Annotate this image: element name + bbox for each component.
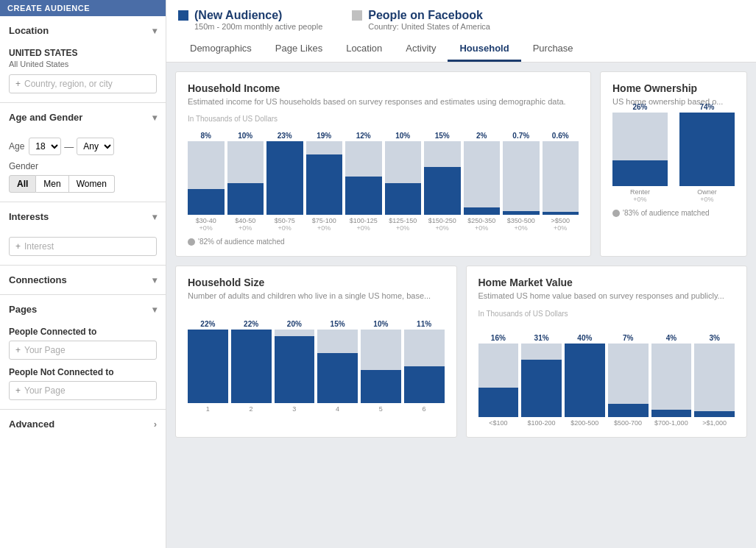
bar-group: 16%<$100: [478, 334, 519, 427]
bar-percent: 22%: [244, 320, 258, 328]
plus-icon: +: [15, 241, 21, 252]
plus-icon: +: [15, 385, 21, 396]
tab-household[interactable]: Household: [448, 37, 520, 62]
age-max-select[interactable]: Any253565: [77, 138, 114, 155]
bar-label: $150-250: [428, 217, 456, 224]
bar-percent: 26%: [632, 103, 647, 111]
bar-inner: [275, 336, 315, 403]
audience-header: (New Audience) 150m - 200m monthly activ…: [166, 0, 756, 63]
age-min-select[interactable]: 182125: [29, 138, 61, 155]
home-ownership-chart: 26%Renter+0%74%Owner+0%: [612, 115, 735, 203]
tab-location[interactable]: Location: [334, 37, 394, 62]
bar-sub: +0%: [278, 224, 292, 232]
household-size-chart: 22%122%220%315%410%511%6: [188, 310, 445, 413]
bar-percent: 22%: [200, 320, 215, 328]
interest-add-input[interactable]: + Interest: [9, 237, 157, 256]
age-label: Age: [9, 141, 24, 152]
tab-demographics[interactable]: Demographics: [178, 37, 264, 62]
bar-outer: [361, 330, 401, 403]
sidebar-interests-label: Interests: [9, 211, 49, 222]
bar-label: >$1,000: [702, 419, 727, 427]
sidebar: CREATE AUDIENCE Location ▾ UNITED STATES…: [0, 0, 166, 548]
sidebar-connections-header[interactable]: Connections ▾: [0, 266, 166, 294]
chevron-down-icon: ▾: [152, 212, 157, 222]
bar-percent: 12%: [356, 132, 371, 140]
gender-men-button[interactable]: Men: [36, 175, 68, 193]
bar-inner: [565, 344, 605, 417]
interest-placeholder: Interest: [24, 241, 54, 252]
charts-row-1: Household Income Estimated income for US…: [175, 71, 747, 257]
bar-inner: [404, 366, 445, 403]
bar-sub: +0%: [475, 224, 488, 232]
people-not-connected-input[interactable]: + Your Page: [9, 381, 157, 400]
facebook-people-name: People on Facebook: [368, 9, 490, 22]
new-audience-name: (New Audience): [194, 9, 322, 22]
bar-label: $700-1,000: [654, 419, 688, 427]
people-not-connected-placeholder: Your Page: [24, 385, 66, 396]
audience-names: (New Audience) 150m - 200m monthly activ…: [178, 9, 744, 31]
bar-label: $40-50: [235, 217, 255, 224]
home-ownership-footer-text: '83% of audience matched: [623, 209, 710, 217]
bar-sub: +0%: [700, 196, 713, 203]
people-connected-input[interactable]: + Your Page: [9, 341, 157, 360]
bar-outer: [188, 330, 228, 403]
bar-group: 74%Owner+0%: [679, 103, 735, 203]
chevron-down-icon: ▾: [152, 305, 157, 315]
household-income-footer: '82% of audience matched: [188, 238, 579, 246]
new-audience-color: [178, 10, 188, 21]
bar-inner: [361, 370, 401, 403]
gender-all-button[interactable]: All: [9, 175, 36, 193]
bar-group: 0.6%>$500+0%: [543, 132, 579, 232]
bar-outer: [345, 141, 382, 215]
bar-label: >$500: [551, 217, 570, 224]
household-income-title: Household Income: [188, 82, 579, 94]
sidebar-pages-label: Pages: [9, 304, 37, 315]
bar-group: 31%$100-200: [521, 334, 562, 427]
bar-label: 2: [250, 405, 253, 413]
home-market-value-title: Home Market Value: [478, 277, 735, 288]
age-gender-content: Age 182125 — Any253565 Gender All Men Wo…: [0, 132, 166, 202]
bar-group: 20%3: [275, 320, 315, 413]
sidebar-pages-header[interactable]: Pages ▾: [0, 295, 166, 324]
sidebar-section-interests: Interests ▾ + Interest: [0, 202, 166, 266]
sidebar-section-advanced[interactable]: Advanced ›: [0, 410, 166, 438]
sidebar-interests-header[interactable]: Interests ▾: [0, 202, 166, 231]
bar-outer: [266, 141, 303, 215]
bar-outer: [694, 344, 735, 417]
home-ownership-title: Home Ownership: [612, 82, 735, 94]
bar-group: 4%$700-1,000: [651, 334, 692, 427]
gender-women-button[interactable]: Women: [69, 175, 115, 193]
bar-outer: [317, 330, 358, 403]
sidebar-location-header[interactable]: Location ▾: [0, 16, 166, 45]
home-market-value-chart: 16%<$10031%$100-20040%$200-5007%$500-700…: [478, 324, 735, 427]
sidebar-age-gender-header[interactable]: Age and Gender ▾: [0, 103, 166, 132]
tabs: Demographics Page Likes Location Activit…: [178, 37, 744, 62]
tab-purchase[interactable]: Purchase: [521, 37, 585, 62]
sidebar-title: CREATE AUDIENCE: [0, 0, 166, 16]
charts-area: Household Income Estimated income for US…: [166, 63, 756, 446]
bar-group: 10%5: [361, 320, 401, 413]
bar-group: 26%Renter+0%: [612, 103, 668, 203]
bar-outer: [478, 344, 519, 417]
bar-outer: [521, 344, 562, 417]
household-size-desc: Number of adults and children who live i…: [188, 291, 445, 302]
tab-activity[interactable]: Activity: [394, 37, 448, 62]
bar-inner: [464, 207, 501, 215]
bar-outer: [651, 344, 692, 417]
main-content: (New Audience) 150m - 200m monthly activ…: [166, 0, 756, 548]
bar-inner: [521, 360, 562, 417]
bar-outer: [608, 344, 649, 417]
bar-label: <$100: [489, 419, 507, 427]
sidebar-section-connections: Connections ▾: [0, 266, 166, 295]
bar-inner: [231, 330, 272, 403]
bar-inner: [651, 410, 692, 417]
bar-outer: [679, 113, 735, 186]
bar-outer: [227, 141, 264, 215]
location-add-input[interactable]: + Country, region, or city: [9, 74, 157, 93]
people-not-connected-label: People Not Connected to: [9, 367, 157, 377]
bar-inner: [345, 177, 382, 215]
sidebar-section-location: Location ▾ UNITED STATES All United Stat…: [0, 16, 166, 103]
bar-group: 22%1: [188, 320, 228, 413]
bar-sub: +0%: [396, 224, 409, 232]
tab-page-likes[interactable]: Page Likes: [264, 37, 334, 62]
